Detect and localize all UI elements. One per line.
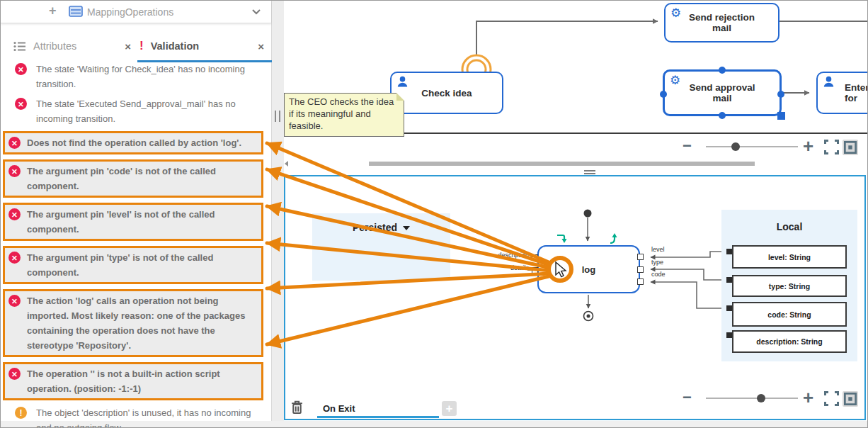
zoom-out-button[interactable]: − bbox=[683, 388, 692, 407]
validation-item-highlighted[interactable]: The argument pin 'level' is not of the c… bbox=[3, 203, 263, 241]
add-icon[interactable]: + bbox=[49, 4, 57, 18]
fit-view-icon[interactable] bbox=[843, 391, 858, 407]
action-diagram-canvas[interactable]: Persisted bbox=[284, 175, 866, 420]
variable-code[interactable]: code: String bbox=[732, 302, 847, 327]
validation-item-text: The state 'Executed Send_approval_mail' … bbox=[36, 96, 253, 126]
chevron-down-icon[interactable] bbox=[251, 6, 261, 16]
variable-pin[interactable] bbox=[726, 305, 732, 311]
fit-view-icon[interactable] bbox=[843, 140, 858, 155]
error-icon bbox=[8, 137, 21, 149]
variable-pin[interactable] bbox=[726, 249, 732, 254]
zoom-in-button[interactable]: + bbox=[803, 387, 813, 409]
node-log-action[interactable]: log bbox=[537, 245, 640, 293]
variable-level[interactable]: level: String bbox=[732, 245, 847, 269]
error-icon bbox=[8, 165, 21, 177]
fullscreen-icon[interactable] bbox=[824, 391, 839, 406]
pin-label: level bbox=[651, 246, 665, 253]
local-variables-panel: Local level: String type: String code: S… bbox=[721, 210, 857, 361]
validation-item-text: The argument pin 'type' is not of the ca… bbox=[27, 250, 252, 280]
pin-label: details bbox=[478, 264, 529, 271]
node-check-idea[interactable]: Check idea bbox=[390, 72, 503, 114]
person-icon bbox=[396, 76, 409, 87]
top-zoom-controls: − + bbox=[683, 140, 867, 158]
state-diagram-canvas[interactable]: Check idea ⚙ Send rejection mail ⚙ Send … bbox=[284, 1, 868, 134]
tab-validation-label: Validation bbox=[151, 40, 200, 52]
validation-item-highlighted[interactable]: The operation '' is not a built-in actio… bbox=[3, 362, 263, 400]
argument-pin-type[interactable] bbox=[637, 266, 644, 273]
node-send-rejection-mail[interactable]: ⚙ Send rejection mail bbox=[664, 3, 780, 43]
error-icon bbox=[8, 368, 21, 380]
person-icon bbox=[823, 76, 835, 87]
exit-action-icon bbox=[608, 232, 619, 244]
zoom-slider-handle[interactable] bbox=[757, 394, 765, 402]
variable-description[interactable]: description: String bbox=[732, 330, 847, 353]
resize-handle[interactable] bbox=[719, 112, 726, 119]
node-label: Send rejection mail bbox=[681, 12, 763, 33]
add-tab-button[interactable]: + bbox=[442, 401, 457, 416]
validation-item-text: The operation '' is not a built-in actio… bbox=[27, 366, 252, 396]
validation-item[interactable]: The state 'Executed Send_approval_mail' … bbox=[15, 96, 265, 126]
variable-pin[interactable] bbox=[726, 332, 732, 338]
validation-list: The state 'Waiting for Check_idea' has n… bbox=[1, 62, 272, 428]
note-annotation[interactable]: The CEO checks the idea if its meaningfu… bbox=[284, 93, 404, 137]
node-label: log bbox=[582, 264, 596, 275]
variable-type[interactable]: type: String bbox=[732, 275, 847, 297]
input-pin[interactable] bbox=[532, 267, 538, 274]
validation-item[interactable]: The state 'Waiting for Check_idea' has n… bbox=[15, 62, 265, 91]
validation-item[interactable]: The object 'description' is unused, it h… bbox=[15, 405, 265, 428]
tab-validation[interactable]: ! Validation × bbox=[139, 33, 267, 59]
zoom-slider[interactable] bbox=[706, 146, 798, 147]
splitter-grip-icon[interactable] bbox=[275, 111, 280, 122]
error-icon bbox=[15, 63, 27, 75]
close-icon[interactable]: × bbox=[122, 40, 134, 52]
panel-splitter[interactable] bbox=[272, 1, 284, 421]
zoom-slider[interactable] bbox=[706, 398, 798, 399]
initial-node bbox=[584, 210, 592, 218]
input-pin[interactable] bbox=[532, 254, 538, 261]
mapping-operations-icon bbox=[69, 5, 83, 18]
pin-label: type bbox=[651, 259, 663, 266]
model-title: MappingOperations bbox=[87, 6, 173, 18]
scroll-left-icon[interactable] bbox=[285, 161, 288, 167]
bottom-zoom-controls: − + bbox=[683, 391, 867, 410]
node-send-approval-mail[interactable]: ⚙ Send approval mail bbox=[663, 69, 782, 116]
horizontal-scrollbar-thumb[interactable] bbox=[369, 162, 755, 166]
resize-handle[interactable] bbox=[777, 91, 784, 98]
validation-item-highlighted[interactable]: The argument pin 'type' is not of the ca… bbox=[3, 246, 263, 284]
resize-handle-corner[interactable] bbox=[777, 112, 785, 120]
node-label: Send approval mail bbox=[680, 82, 764, 103]
tab-on-exit[interactable]: On Exit bbox=[323, 403, 355, 414]
tab-attributes-label: Attributes bbox=[33, 40, 76, 52]
error-icon bbox=[8, 208, 21, 220]
local-panel-title: Local bbox=[721, 221, 857, 232]
node-label: Check idea bbox=[421, 88, 472, 98]
validation-item-text: The object 'description' is unused, it h… bbox=[36, 405, 253, 428]
zoom-slider-handle[interactable] bbox=[731, 142, 740, 151]
panel-tabbar: Attributes × ! Validation × bbox=[1, 28, 271, 63]
resize-handle[interactable] bbox=[660, 91, 667, 98]
tab-attributes[interactable]: Attributes × bbox=[13, 33, 134, 59]
fullscreen-icon[interactable] bbox=[824, 140, 839, 154]
error-icon bbox=[15, 98, 27, 110]
argument-pin-code[interactable] bbox=[637, 278, 644, 285]
resize-handle[interactable] bbox=[719, 67, 726, 74]
node-label: Enter for bbox=[845, 82, 868, 103]
node-enter-form[interactable]: Enter for bbox=[816, 72, 868, 114]
validation-item-highlighted[interactable]: Does not find the operation called by ac… bbox=[3, 131, 263, 154]
attributes-icon bbox=[13, 41, 26, 52]
validation-item-text: Does not find the operation called by ac… bbox=[27, 135, 252, 150]
validation-item-highlighted[interactable]: The argument pin 'code' is not of the ca… bbox=[3, 159, 263, 198]
zoom-out-button[interactable]: − bbox=[683, 137, 692, 155]
error-icon bbox=[8, 295, 21, 307]
validation-item-highlighted[interactable]: The action 'log' calls an operation not … bbox=[3, 289, 263, 357]
active-tab-underline bbox=[317, 416, 439, 418]
argument-pin-level[interactable] bbox=[637, 254, 644, 260]
pin-label: code bbox=[651, 271, 666, 278]
trash-icon[interactable] bbox=[291, 400, 303, 414]
close-icon[interactable]: × bbox=[255, 40, 267, 52]
zoom-in-button[interactable]: + bbox=[803, 135, 813, 157]
enter-action-icon bbox=[556, 232, 568, 244]
validation-item-text: The action 'log' calls an operation not … bbox=[27, 293, 252, 353]
validation-item-text: The argument pin 'code' is not of the ca… bbox=[27, 164, 252, 193]
variable-pin[interactable] bbox=[726, 277, 732, 283]
